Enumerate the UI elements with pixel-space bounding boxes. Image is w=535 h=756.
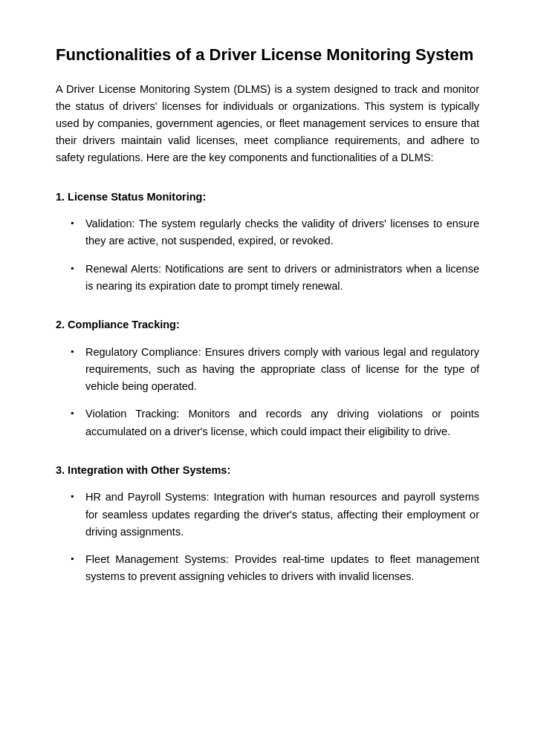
bullet-fleet-management: Fleet Management Systems: Provides real-… xyxy=(71,551,479,585)
bullet-regulatory-compliance: Regulatory Compliance: Ensures drivers c… xyxy=(71,344,479,396)
bullet-renewal-alerts-text: Renewal Alerts: Notifications are sent t… xyxy=(85,263,479,292)
section-2-title: 2. Compliance Tracking: xyxy=(56,317,479,333)
page-title: Functionalities of a Driver License Moni… xyxy=(56,45,479,66)
bullet-hr-payroll: HR and Payroll Systems: Integration with… xyxy=(71,489,479,541)
bullet-violation-tracking: Violation Tracking: Monitors and records… xyxy=(71,405,479,440)
section-license-status: 1. License Status Monitoring: Validation… xyxy=(56,189,479,296)
bullet-fleet-management-text: Fleet Management Systems: Provides real-… xyxy=(85,553,479,582)
bullet-validation: Validation: The system regularly checks … xyxy=(71,215,479,250)
page-container: Functionalities of a Driver License Moni… xyxy=(0,0,535,652)
section-1-bullets: Validation: The system regularly checks … xyxy=(56,215,479,295)
bullet-violation-tracking-text: Violation Tracking: Monitors and records… xyxy=(85,408,479,437)
section-3-bullets: HR and Payroll Systems: Integration with… xyxy=(56,489,479,585)
bullet-hr-payroll-text: HR and Payroll Systems: Integration with… xyxy=(85,491,479,537)
section-3-title: 3. Integration with Other Systems: xyxy=(56,463,479,479)
section-1-title: 1. License Status Monitoring: xyxy=(56,189,479,206)
bullet-regulatory-compliance-text: Regulatory Compliance: Ensures drivers c… xyxy=(85,346,479,392)
section-integration: 3. Integration with Other Systems: HR an… xyxy=(56,463,479,586)
bullet-validation-text: Validation: The system regularly checks … xyxy=(85,218,479,247)
bullet-renewal-alerts: Renewal Alerts: Notifications are sent t… xyxy=(71,261,479,295)
section-2-bullets: Regulatory Compliance: Ensures drivers c… xyxy=(56,344,479,440)
intro-paragraph: A Driver License Monitoring System (DLMS… xyxy=(56,81,479,167)
section-compliance-tracking: 2. Compliance Tracking: Regulatory Compl… xyxy=(56,317,479,440)
